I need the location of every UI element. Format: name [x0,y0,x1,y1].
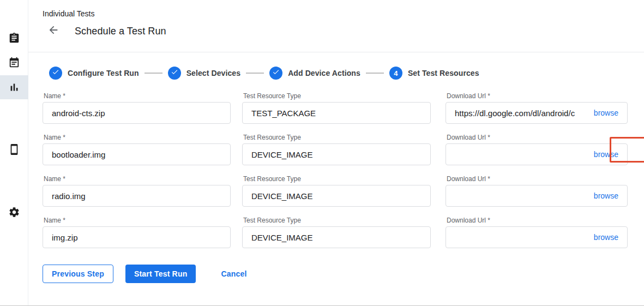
step-connector [145,73,162,74]
type-label: Test Resource Type [243,134,431,141]
download-url-input[interactable]: browse [446,143,628,165]
step-label: Select Devices [186,69,240,77]
download-url-input[interactable]: https://dl.google.com/dl/android/c brows… [446,102,628,124]
smartphone-icon [8,143,20,155]
browse-button[interactable]: browse [594,109,618,117]
type-label: Test Resource Type [243,92,431,100]
main-content: Individual Tests Schedule a Test Run Con… [28,0,644,305]
name-label: Name * [44,92,231,100]
sidebar-item-test-runs[interactable] [0,75,28,99]
type-value: DEVICE_IMAGE [251,191,422,201]
sidebar-item-settings[interactable] [0,200,28,224]
url-label: Download Url * [447,92,628,100]
cancel-button[interactable]: Cancel [216,265,251,283]
bar-chart-icon [8,81,20,93]
step-select-devices[interactable]: Select Devices [168,67,240,80]
previous-step-button[interactable]: Previous Step [43,265,113,283]
resource-type-select[interactable]: DEVICE_IMAGE [242,143,431,165]
step-label: Add Device Actions [288,69,360,77]
name-value: bootloader.img [52,150,221,159]
calendar-icon [8,57,20,69]
step-number: 4 [394,69,398,77]
stepper: Configure Test Run Select Devices Ad [49,67,644,80]
step-configure-test-run[interactable]: Configure Test Run [49,67,139,80]
assignment-icon [8,32,20,44]
resource-row: Name * radio.img Test Resource Type DEVI… [43,175,644,207]
browse-button-highlighted[interactable]: browse [594,150,618,159]
step-connector [246,73,264,74]
resource-type-select[interactable]: TEST_PACKAGE [242,102,431,124]
url-label: Download Url * [447,175,628,183]
name-input[interactable]: bootloader.img [43,143,231,165]
name-input[interactable]: radio.img [43,185,231,207]
resource-row: Name * android-cts.zip Test Resource Typ… [43,92,644,124]
step-connector [366,73,384,74]
step-complete-circle [269,67,282,80]
page-header: Individual Tests Schedule a Test Run [28,0,644,52]
back-button[interactable] [47,25,60,38]
gear-icon [8,206,20,218]
download-url-input[interactable]: browse [446,226,628,248]
name-value: img.zip [52,233,221,242]
type-label: Test Resource Type [243,175,431,183]
step-set-test-resources[interactable]: 4 Set Test Resources [389,67,479,80]
sidebar [0,0,28,305]
sidebar-item-tests[interactable] [0,26,28,50]
browse-button[interactable]: browse [594,233,618,242]
step-current-circle: 4 [389,67,402,80]
app-window: Individual Tests Schedule a Test Run Con… [0,0,644,306]
test-resources-form: Name * android-cts.zip Test Resource Typ… [43,92,644,248]
url-label: Download Url * [447,134,628,141]
type-value: DEVICE_IMAGE [251,233,422,242]
name-value: radio.img [52,191,221,201]
step-label: Configure Test Run [68,69,139,77]
action-bar: Previous Step Start Test Run Cancel [43,265,644,283]
sidebar-item-devices[interactable] [0,137,28,161]
step-complete-circle [168,67,181,80]
step-complete-circle [49,67,62,80]
resource-row: Name * bootloader.img Test Resource Type… [43,134,644,165]
breadcrumb: Individual Tests [43,9,644,18]
type-value: DEVICE_IMAGE [251,150,422,159]
name-label: Name * [44,217,231,224]
name-input[interactable]: android-cts.zip [43,102,231,124]
url-label: Download Url * [447,217,628,224]
download-url-input[interactable]: browse [446,185,628,207]
browse-button[interactable]: browse [594,191,618,200]
type-value: TEST_PACKAGE [251,109,422,118]
sidebar-item-plans[interactable] [0,51,28,75]
resource-type-select[interactable]: DEVICE_IMAGE [242,226,431,248]
check-icon [171,68,178,78]
check-icon [52,68,59,78]
start-test-run-button[interactable]: Start Test Run [125,265,196,283]
step-label: Set Test Resources [408,69,479,77]
name-input[interactable]: img.zip [43,226,231,248]
name-label: Name * [44,175,231,183]
name-value: android-cts.zip [52,109,221,118]
resource-row: Name * img.zip Test Resource Type DEVICE… [43,217,644,248]
check-icon [272,68,280,78]
step-add-device-actions[interactable]: Add Device Actions [269,67,360,80]
resource-type-select[interactable]: DEVICE_IMAGE [242,185,431,207]
url-value: https://dl.google.com/dl/android/c [455,109,589,118]
arrow-back-icon [47,24,59,38]
page-title: Schedule a Test Run [75,26,166,37]
type-label: Test Resource Type [243,217,431,224]
name-label: Name * [44,134,231,141]
